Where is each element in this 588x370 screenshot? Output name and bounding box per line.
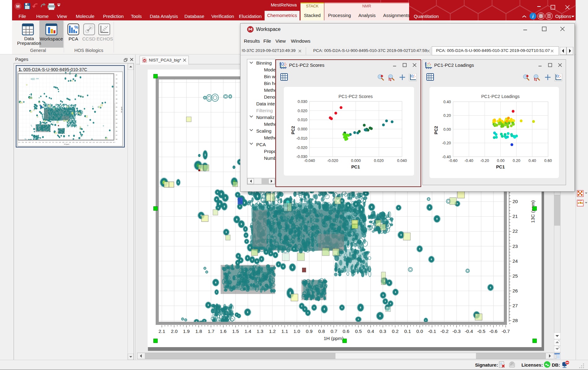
svg-text:PC1: PC1 — [496, 164, 505, 169]
svg-text:Numb: Numb — [264, 155, 275, 161]
svg-text:-0.010: -0.010 — [296, 136, 307, 141]
svg-text:Binning: Binning — [256, 60, 272, 66]
svg-text:PC1-PC2 Scores: PC1-PC2 Scores — [339, 94, 373, 99]
svg-text:Metho: Metho — [264, 87, 275, 93]
svg-text:0.40: 0.40 — [443, 100, 451, 104]
svg-text:0.20: 0.20 — [513, 159, 520, 163]
svg-text:-0.20: -0.20 — [480, 159, 489, 163]
svg-text:0.040: 0.040 — [397, 159, 407, 163]
svg-text:Propo: Propo — [264, 149, 275, 154]
svg-text:0.60: 0.60 — [544, 159, 552, 163]
svg-text:Filtering: Filtering — [256, 108, 273, 113]
svg-text:0.030: 0.030 — [298, 100, 307, 104]
svg-text:PC2: PC2 — [434, 126, 439, 134]
svg-text:0.010: 0.010 — [298, 118, 307, 122]
svg-text:0.020: 0.020 — [374, 159, 383, 163]
svg-text:Normaliz: Normaliz — [256, 115, 275, 120]
svg-text:Scaling: Scaling — [256, 128, 271, 134]
svg-text:PC2: PC2 — [291, 126, 296, 134]
svg-text:-0.60: -0.60 — [449, 159, 458, 163]
svg-text:PCA: PCA — [256, 142, 266, 147]
svg-text:-0.020: -0.020 — [296, 146, 307, 150]
svg-text:Denoi: Denoi — [264, 94, 275, 100]
svg-text:0.020: 0.020 — [298, 109, 307, 113]
svg-text:PC1-PC2 Loadings: PC1-PC2 Loadings — [481, 94, 520, 99]
svg-text:Metho: Metho — [264, 135, 275, 140]
svg-text:0.000: 0.000 — [351, 159, 361, 163]
svg-text:-0.040: -0.040 — [304, 159, 315, 163]
svg-text:0.40: 0.40 — [529, 159, 536, 163]
svg-text:-0.030: -0.030 — [296, 155, 307, 159]
svg-text:Mode: Mode — [264, 67, 275, 72]
svg-text:Data inte: Data inte — [256, 101, 275, 106]
svg-text:PC1: PC1 — [351, 164, 360, 169]
svg-text:Metho: Metho — [264, 121, 275, 127]
svg-text:-0.020: -0.020 — [327, 159, 338, 163]
svg-text:0.000: 0.000 — [298, 127, 307, 131]
svg-text:-0.40: -0.40 — [465, 159, 473, 163]
svg-text:Bin wi: Bin wi — [264, 74, 275, 79]
svg-text:-0.20: -0.20 — [442, 141, 451, 145]
svg-text:0.20: 0.20 — [443, 113, 451, 118]
svg-text:0.00: 0.00 — [443, 127, 451, 132]
svg-text:0.00: 0.00 — [497, 159, 504, 163]
svg-text:Bin he: Bin he — [264, 81, 275, 86]
